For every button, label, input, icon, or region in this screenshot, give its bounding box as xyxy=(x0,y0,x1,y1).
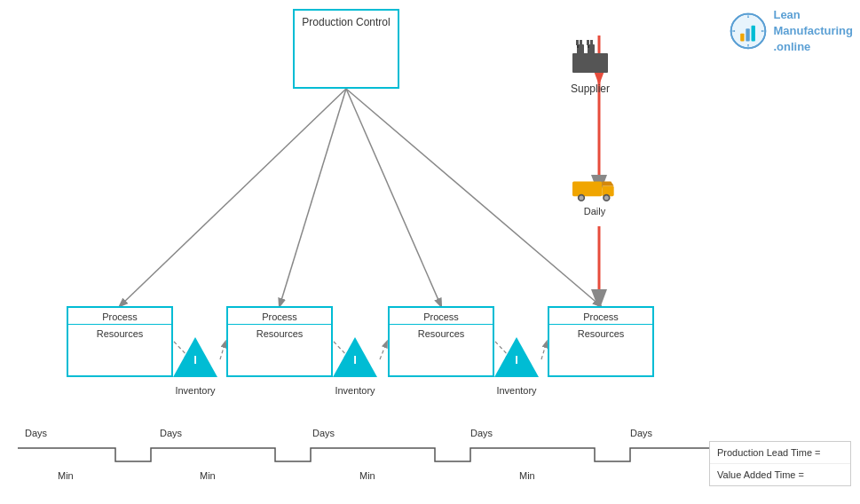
process-box-4-title: Process xyxy=(549,308,652,325)
inventory-2-triangle: I xyxy=(333,337,377,382)
process-box-3: Process Resources xyxy=(388,306,494,377)
svg-line-12 xyxy=(541,342,547,359)
supplier-label: Supplier xyxy=(571,83,610,95)
legend-value-added-time: Value Added Time = xyxy=(710,464,850,485)
svg-marker-29 xyxy=(602,182,613,186)
inventory-2-label: Inventory xyxy=(335,385,375,396)
logo-area: Lean Manufacturing .online xyxy=(729,7,853,56)
process-box-2-subtitle: Resources xyxy=(228,325,331,339)
timeline-days-1: Days xyxy=(25,428,48,438)
svg-rect-14 xyxy=(741,34,745,42)
process-box-4: Process Resources xyxy=(548,306,654,377)
svg-rect-25 xyxy=(587,40,589,45)
inventory-3-triangle: I xyxy=(494,337,539,382)
production-control-box: Production Control xyxy=(293,9,399,89)
timeline-min-4: Min xyxy=(519,470,535,481)
inventory-1: I Inventory xyxy=(173,337,217,396)
svg-line-2 xyxy=(346,89,441,306)
process-box-4-subtitle: Resources xyxy=(549,325,652,339)
process-box-2-title: Process xyxy=(228,308,331,325)
svg-line-8 xyxy=(220,342,225,359)
timeline-days-4: Days xyxy=(470,428,493,438)
inventory-3-label: Inventory xyxy=(496,385,536,396)
timeline-days-2: Days xyxy=(160,428,183,438)
svg-point-33 xyxy=(604,195,609,200)
svg-rect-26 xyxy=(590,40,593,45)
process-box-3-subtitle: Resources xyxy=(390,325,493,339)
timeline-min-3: Min xyxy=(359,470,375,481)
svg-rect-24 xyxy=(580,40,582,45)
svg-rect-15 xyxy=(746,29,750,42)
inventory-1-triangle: I xyxy=(173,337,217,382)
svg-line-0 xyxy=(120,89,346,306)
legend-production-lead-time: Production Lead Time = xyxy=(710,442,850,464)
inventory-3: I Inventory xyxy=(494,337,539,396)
timeline-days-3: Days xyxy=(312,428,335,438)
process-box-1-title: Process xyxy=(68,308,171,325)
timeline-min-2: Min xyxy=(200,470,216,481)
process-box-3-title: Process xyxy=(390,308,493,325)
truck-area: Daily xyxy=(572,173,617,217)
svg-rect-23 xyxy=(576,40,579,45)
inventory-1-label: Inventory xyxy=(175,385,215,396)
svg-line-10 xyxy=(380,342,387,359)
svg-rect-18 xyxy=(572,53,608,73)
svg-rect-27 xyxy=(572,182,602,197)
supplier-area: Supplier xyxy=(568,35,612,95)
timeline-min-1: Min xyxy=(58,470,74,481)
inventory-2: I Inventory xyxy=(333,337,377,396)
logo-text: Lean Manufacturing .online xyxy=(773,7,853,56)
timeline-days-5: Days xyxy=(630,428,653,438)
process-box-1: Process Resources xyxy=(67,306,173,377)
truck-label: Daily xyxy=(584,206,605,217)
legend-box: Production Lead Time = Value Added Time … xyxy=(709,441,851,486)
svg-point-31 xyxy=(580,195,584,200)
svg-line-3 xyxy=(346,89,601,306)
process-box-1-subtitle: Resources xyxy=(68,325,171,339)
process-box-2: Process Resources xyxy=(226,306,333,377)
supplier-icon xyxy=(568,35,612,81)
svg-line-1 xyxy=(280,89,346,306)
svg-rect-16 xyxy=(752,26,755,42)
